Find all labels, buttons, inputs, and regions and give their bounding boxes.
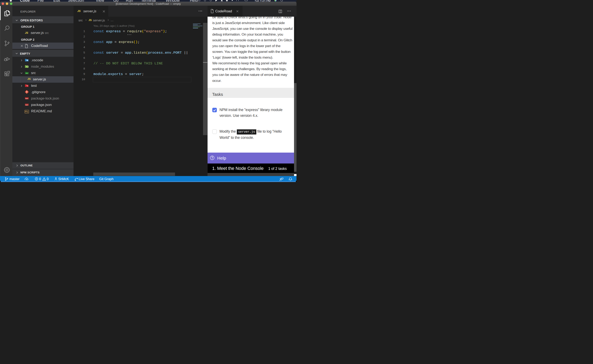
svg-text:npm: npm [25,104,28,105]
svg-text:npm: npm [25,98,28,99]
svg-text:</>: </> [26,73,28,74]
svg-text:JS: JS [27,66,28,67]
